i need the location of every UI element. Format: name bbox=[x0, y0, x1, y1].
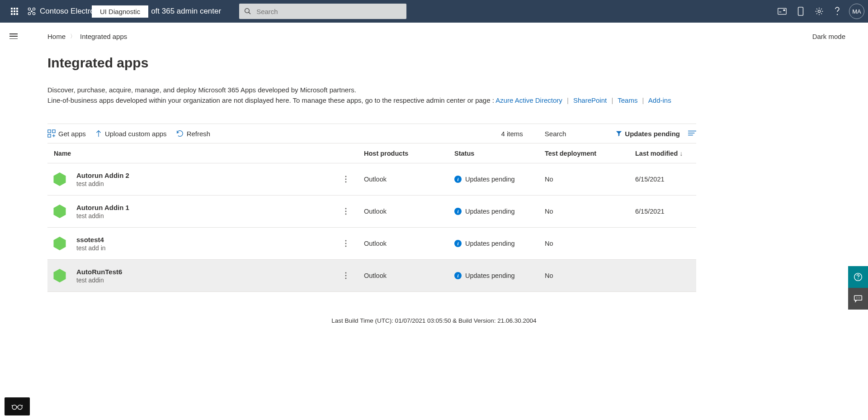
svg-point-30 bbox=[345, 246, 347, 247]
link-sharepoint[interactable]: SharePoint bbox=[573, 96, 607, 104]
items-count: 4 items bbox=[501, 130, 523, 138]
svg-point-27 bbox=[345, 214, 347, 215]
tenant-brand: Contoso Electro bbox=[27, 7, 94, 16]
app-name: ssotest4 bbox=[76, 236, 328, 243]
subheader: Home 〉 Integrated apps Dark mode bbox=[0, 23, 868, 45]
col-host[interactable]: Host products bbox=[364, 150, 454, 157]
help-icon[interactable] bbox=[835, 7, 840, 16]
cell-host: Outlook bbox=[364, 176, 454, 183]
cell-status: i Updates pending bbox=[454, 240, 545, 247]
more-vertical-icon bbox=[345, 176, 347, 183]
col-name[interactable]: Name bbox=[47, 150, 328, 157]
row-more-button[interactable] bbox=[328, 163, 364, 195]
col-modified[interactable]: Last modified↓ bbox=[635, 150, 696, 157]
ui-diagnostic-chip[interactable]: UI Diagnostic bbox=[92, 5, 148, 18]
desc-line1: Discover, purchase, acquire, manage, and… bbox=[47, 85, 696, 95]
app-title-suffix: oft 365 admin center bbox=[151, 7, 221, 16]
list-options-icon bbox=[688, 130, 696, 136]
app-name-block: ssotest4 test add in bbox=[75, 236, 328, 252]
upload-icon bbox=[95, 129, 102, 138]
link-addins[interactable]: Add-ins bbox=[648, 96, 671, 104]
cell-test: No bbox=[545, 208, 635, 215]
command-bar: Get apps Upload custom apps Refresh 4 it… bbox=[47, 124, 696, 143]
floating-help-button[interactable] bbox=[848, 266, 868, 288]
col-status[interactable]: Status bbox=[454, 150, 545, 157]
app-name-block: Autorun Addin 1 test addin bbox=[75, 204, 328, 220]
shell-card-icon[interactable] bbox=[778, 8, 787, 15]
more-vertical-icon bbox=[345, 272, 347, 279]
svg-point-1 bbox=[33, 8, 35, 10]
table-row[interactable]: Autorun Addin 1 test addin Outlook i Upd… bbox=[47, 196, 696, 228]
col-test[interactable]: Test deployment bbox=[545, 150, 635, 157]
list-options-button[interactable] bbox=[688, 130, 696, 138]
svg-point-32 bbox=[345, 275, 347, 277]
table-row[interactable]: AutoRunTest6 test addin Outlook i Update… bbox=[47, 260, 696, 292]
svg-point-0 bbox=[28, 8, 30, 10]
floating-feedback-button[interactable] bbox=[848, 288, 868, 310]
page-description: Discover, purchase, acquire, manage, and… bbox=[47, 85, 696, 105]
svg-rect-9 bbox=[783, 10, 785, 11]
cell-status: i Updates pending bbox=[454, 208, 545, 215]
global-header: Contoso Electro UI Diagnostic oft 365 ad… bbox=[0, 0, 868, 23]
hexagon-icon bbox=[53, 172, 66, 186]
app-icon bbox=[52, 204, 67, 219]
dark-mode-toggle[interactable]: Dark mode bbox=[812, 33, 845, 40]
global-search[interactable] bbox=[239, 4, 406, 19]
filter-updates-pending[interactable]: Updates pending bbox=[616, 130, 680, 138]
user-avatar[interactable]: MA bbox=[849, 4, 864, 19]
svg-point-35 bbox=[858, 278, 859, 279]
cell-status: i Updates pending bbox=[454, 272, 545, 279]
link-aad[interactable]: Azure Active Directory bbox=[495, 96, 562, 104]
get-apps-button[interactable]: Get apps bbox=[47, 129, 86, 138]
row-more-button[interactable] bbox=[328, 228, 364, 259]
settings-gear-icon[interactable] bbox=[815, 7, 824, 16]
app-subtitle: test addin bbox=[76, 212, 328, 220]
tenant-name: Contoso Electro bbox=[40, 7, 94, 16]
sort-down-icon: ↓ bbox=[679, 150, 683, 157]
search-icon bbox=[244, 7, 252, 15]
nav-toggle-button[interactable] bbox=[5, 27, 23, 45]
cell-test: No bbox=[545, 272, 635, 279]
search-button[interactable]: Search bbox=[545, 130, 566, 138]
row-more-button[interactable] bbox=[328, 260, 364, 291]
upload-custom-apps-button[interactable]: Upload custom apps bbox=[95, 129, 167, 138]
cell-test: No bbox=[545, 176, 635, 183]
info-icon: i bbox=[454, 208, 462, 215]
svg-point-24 bbox=[345, 181, 347, 183]
cell-modified: 6/15/2021 bbox=[635, 208, 696, 215]
app-name: Autorun Addin 1 bbox=[76, 204, 328, 211]
info-icon: i bbox=[454, 240, 462, 247]
app-subtitle: test add in bbox=[76, 244, 328, 252]
refresh-icon bbox=[176, 129, 184, 138]
breadcrumb-home[interactable]: Home bbox=[47, 33, 66, 40]
mobile-icon[interactable] bbox=[797, 7, 804, 16]
svg-point-12 bbox=[837, 14, 838, 15]
more-vertical-icon bbox=[345, 240, 347, 247]
svg-point-11 bbox=[818, 10, 820, 12]
table-row[interactable]: Autorun Addin 2 test addin Outlook i Upd… bbox=[47, 163, 696, 196]
main-content: Integrated apps Discover, purchase, acqu… bbox=[0, 55, 705, 292]
svg-line-6 bbox=[249, 12, 250, 14]
svg-point-38 bbox=[858, 298, 859, 299]
hamburger-icon bbox=[9, 33, 18, 39]
svg-rect-7 bbox=[778, 8, 786, 14]
header-actions bbox=[778, 7, 840, 16]
info-icon: i bbox=[454, 272, 462, 279]
app-launcher-button[interactable] bbox=[4, 8, 25, 15]
table-row[interactable]: ssotest4 test add in Outlook i Updates p… bbox=[47, 228, 696, 260]
app-name: Autorun Addin 2 bbox=[76, 172, 328, 179]
global-search-input[interactable] bbox=[256, 8, 402, 15]
hexagon-icon bbox=[53, 237, 66, 250]
cell-test: No bbox=[545, 240, 635, 247]
row-more-button[interactable] bbox=[328, 196, 364, 227]
link-teams[interactable]: Teams bbox=[618, 96, 637, 104]
app-name-block: AutoRunTest6 test addin bbox=[75, 268, 328, 284]
svg-point-31 bbox=[345, 272, 347, 274]
filter-icon bbox=[616, 130, 622, 137]
tenant-logo-icon bbox=[27, 7, 36, 16]
svg-point-2 bbox=[28, 12, 30, 14]
svg-point-25 bbox=[345, 208, 347, 210]
refresh-button[interactable]: Refresh bbox=[176, 129, 211, 138]
svg-rect-15 bbox=[48, 134, 51, 137]
svg-rect-13 bbox=[48, 130, 51, 133]
